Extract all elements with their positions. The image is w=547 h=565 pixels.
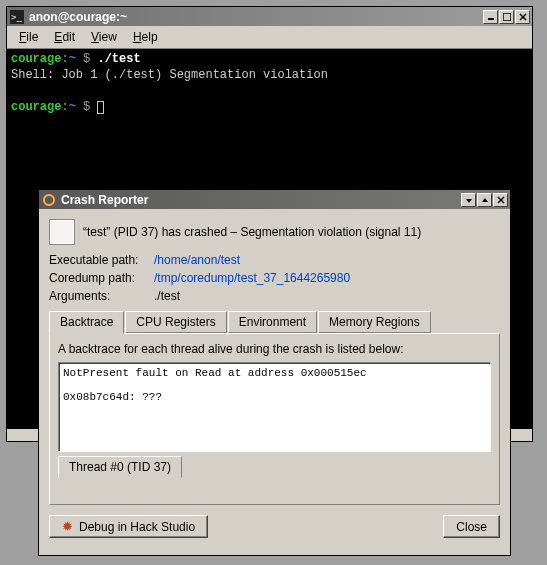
tab-memory-regions[interactable]: Memory Regions [318, 311, 431, 333]
crash-close-button[interactable] [493, 193, 508, 207]
tab-backtrace[interactable]: Backtrace [49, 311, 124, 334]
terminal-maximize-button[interactable] [499, 10, 514, 24]
terminal-minimize-button[interactable] [483, 10, 498, 24]
coredump-path-label: Coredump path: [49, 271, 154, 285]
tab-cpu-registers[interactable]: CPU Registers [125, 311, 226, 333]
crash-reporter-window: Crash Reporter “test” (PID 37) has crash… [38, 189, 511, 556]
prompt-host: courage [11, 52, 61, 66]
bug-icon: ✹ [62, 519, 73, 534]
crash-app-icon [41, 192, 57, 208]
exec-path-label: Executable path: [49, 253, 154, 267]
svg-rect-3 [503, 13, 511, 21]
thread-tab-0[interactable]: Thread #0 (TID 37) [58, 456, 182, 478]
svg-point-6 [44, 195, 54, 205]
crash-titlebar[interactable]: Crash Reporter [39, 190, 510, 209]
menu-file[interactable]: Fdocument.currentScript.previousElementS… [11, 28, 46, 46]
terminal-output: Shell: Job 1 (./test) Segmentation viola… [11, 67, 528, 83]
crash-max-button[interactable] [477, 193, 492, 207]
menu-edit[interactable]: Edit [46, 28, 83, 46]
backtrace-frame-0: 0x08b7c64d: ??? [63, 391, 162, 403]
command-text: ./test [97, 52, 140, 66]
prompt-path: ~ [69, 52, 76, 66]
close-button-label: Close [456, 520, 487, 534]
svg-marker-8 [482, 198, 488, 202]
svg-marker-7 [466, 199, 472, 203]
coredump-path-link[interactable]: /tmp/coredump/test_37_1644265980 [154, 271, 350, 285]
crash-min-button[interactable] [461, 193, 476, 207]
tab-panel: A backtrace for each thread alive during… [49, 333, 500, 505]
debug-button-label: Debug in Hack Studio [79, 520, 195, 534]
terminal-titlebar[interactable]: >_ anon@courage:~ [7, 7, 532, 26]
crash-body: “test” (PID 37) has crashed – Segmentati… [39, 209, 510, 548]
menu-view[interactable]: View [83, 28, 125, 46]
close-button[interactable]: Close [443, 515, 500, 538]
backtrace-box[interactable]: NotPresent fault on Read at address 0x00… [58, 362, 491, 452]
backtrace-caption: A backtrace for each thread alive during… [58, 342, 491, 356]
args-label: Arguments: [49, 289, 154, 303]
crash-title: Crash Reporter [61, 193, 461, 207]
args-value: ./test [154, 289, 180, 303]
crashed-app-icon [49, 219, 75, 245]
crash-heading: “test” (PID 37) has crashed – Segmentati… [83, 225, 421, 239]
menu-help[interactable]: Help [125, 28, 166, 46]
terminal-app-icon: >_ [9, 9, 25, 25]
terminal-menubar: Fdocument.currentScript.previousElementS… [7, 26, 532, 49]
terminal-close-button[interactable] [515, 10, 530, 24]
debug-in-hack-studio-button[interactable]: ✹ Debug in Hack Studio [49, 515, 208, 538]
svg-text:>_: >_ [11, 12, 22, 22]
tab-strip: Backtrace CPU Registers Environment Memo… [49, 311, 500, 333]
terminal-cursor [97, 101, 104, 114]
exec-path-link[interactable]: /home/anon/test [154, 253, 240, 267]
backtrace-fault-line: NotPresent fault on Read at address 0x00… [63, 367, 367, 379]
prompt-symbol: $ [83, 52, 90, 66]
terminal-title: anon@courage:~ [29, 10, 483, 24]
tab-environment[interactable]: Environment [228, 311, 317, 333]
